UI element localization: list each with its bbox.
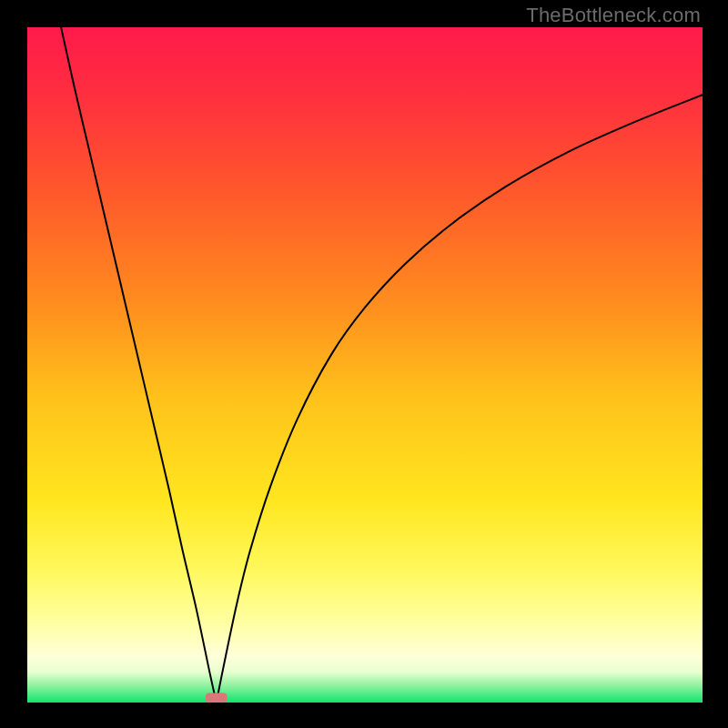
chart-frame [27, 27, 703, 703]
gradient-background [27, 27, 703, 703]
minimum-marker [206, 693, 228, 703]
bottleneck-curve-chart [27, 27, 703, 703]
watermark-text: TheBottleneck.com [526, 4, 701, 27]
